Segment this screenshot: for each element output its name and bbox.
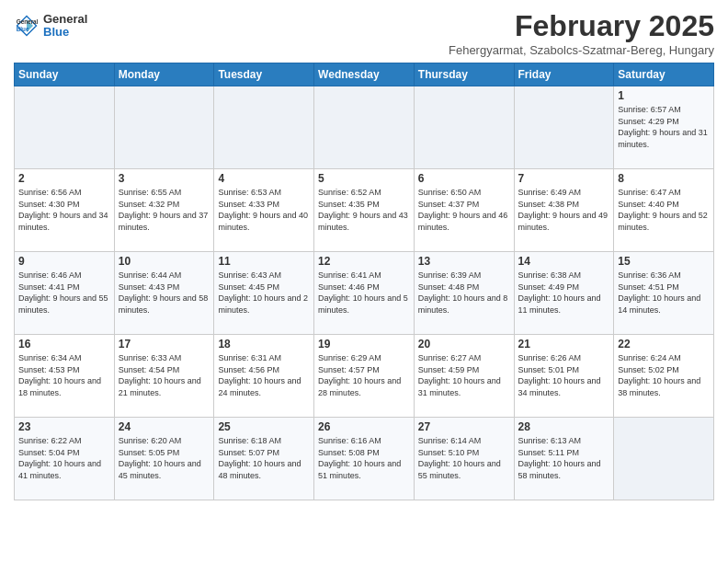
page-header: General Blue General Blue February 2025 …	[14, 9, 714, 57]
calendar-body: 1Sunrise: 6:57 AMSunset: 4:29 PMDaylight…	[15, 86, 714, 500]
calendar-cell: 18Sunrise: 6:31 AMSunset: 4:56 PMDayligh…	[214, 335, 314, 418]
calendar-week-row: 1Sunrise: 6:57 AMSunset: 4:29 PMDaylight…	[15, 86, 714, 169]
subtitle: Fehergyarmat, Szabolcs-Szatmar-Bereg, Hu…	[449, 43, 714, 57]
weekday-header: Tuesday	[214, 63, 314, 86]
calendar-cell: 22Sunrise: 6:24 AMSunset: 5:02 PMDayligh…	[614, 335, 714, 418]
calendar-cell: 2Sunrise: 6:56 AMSunset: 4:30 PMDaylight…	[15, 169, 115, 252]
calendar-cell	[314, 86, 415, 169]
day-info: Sunrise: 6:43 AMSunset: 4:45 PMDaylight:…	[218, 270, 310, 316]
weekday-header: Friday	[514, 63, 614, 86]
day-number: 1	[618, 89, 710, 102]
day-number: 17	[119, 338, 210, 350]
day-number: 25	[218, 420, 310, 433]
day-number: 6	[418, 172, 510, 185]
title-block: February 2025 Fehergyarmat, Szabolcs-Sza…	[449, 9, 714, 57]
day-number: 18	[218, 338, 310, 350]
calendar-cell: 9Sunrise: 6:46 AMSunset: 4:41 PMDaylight…	[15, 252, 115, 335]
calendar-cell: 3Sunrise: 6:55 AMSunset: 4:32 PMDaylight…	[114, 169, 214, 252]
day-info: Sunrise: 6:39 AMSunset: 4:48 PMDaylight:…	[418, 270, 510, 316]
day-number: 3	[119, 172, 210, 185]
day-info: Sunrise: 6:22 AMSunset: 5:04 PMDaylight:…	[18, 435, 110, 481]
calendar-cell	[414, 86, 514, 169]
day-number: 27	[418, 420, 510, 433]
calendar-week-row: 2Sunrise: 6:56 AMSunset: 4:30 PMDaylight…	[15, 169, 714, 252]
logo-text: General Blue	[43, 13, 87, 40]
calendar-cell: 23Sunrise: 6:22 AMSunset: 5:04 PMDayligh…	[15, 418, 115, 500]
calendar-cell	[614, 418, 714, 500]
day-number: 7	[518, 172, 610, 185]
day-info: Sunrise: 6:47 AMSunset: 4:40 PMDaylight:…	[618, 187, 710, 233]
day-number: 5	[318, 172, 410, 185]
day-number: 12	[318, 255, 410, 268]
logo-icon: General Blue	[14, 13, 40, 39]
calendar-cell: 27Sunrise: 6:14 AMSunset: 5:10 PMDayligh…	[414, 418, 514, 500]
calendar-cell: 11Sunrise: 6:43 AMSunset: 4:45 PMDayligh…	[214, 252, 314, 335]
calendar-cell: 25Sunrise: 6:18 AMSunset: 5:07 PMDayligh…	[214, 418, 314, 500]
calendar-cell: 24Sunrise: 6:20 AMSunset: 5:05 PMDayligh…	[114, 418, 214, 500]
weekday-header: Thursday	[414, 63, 514, 86]
weekday-header: Monday	[114, 63, 214, 86]
month-title: February 2025	[449, 9, 714, 43]
calendar-cell: 14Sunrise: 6:38 AMSunset: 4:49 PMDayligh…	[514, 252, 614, 335]
calendar-cell: 13Sunrise: 6:39 AMSunset: 4:48 PMDayligh…	[414, 252, 514, 335]
day-info: Sunrise: 6:55 AMSunset: 4:32 PMDaylight:…	[119, 187, 210, 233]
calendar-table: SundayMondayTuesdayWednesdayThursdayFrid…	[14, 63, 714, 500]
day-number: 26	[318, 420, 410, 433]
calendar-cell: 1Sunrise: 6:57 AMSunset: 4:29 PMDaylight…	[614, 86, 714, 169]
calendar-cell: 28Sunrise: 6:13 AMSunset: 5:11 PMDayligh…	[514, 418, 614, 500]
day-info: Sunrise: 6:29 AMSunset: 4:57 PMDaylight:…	[318, 352, 410, 398]
day-info: Sunrise: 6:38 AMSunset: 4:49 PMDaylight:…	[518, 270, 610, 316]
day-info: Sunrise: 6:27 AMSunset: 4:59 PMDaylight:…	[418, 352, 510, 398]
calendar-cell: 17Sunrise: 6:33 AMSunset: 4:54 PMDayligh…	[114, 335, 214, 418]
day-number: 11	[218, 255, 310, 268]
calendar-cell: 20Sunrise: 6:27 AMSunset: 4:59 PMDayligh…	[414, 335, 514, 418]
day-info: Sunrise: 6:52 AMSunset: 4:35 PMDaylight:…	[318, 187, 410, 233]
day-number: 28	[518, 420, 610, 433]
calendar-week-row: 23Sunrise: 6:22 AMSunset: 5:04 PMDayligh…	[15, 418, 714, 500]
logo: General Blue General Blue	[14, 13, 87, 40]
day-number: 9	[18, 255, 110, 268]
weekday-header: Saturday	[614, 63, 714, 86]
weekday-header: Wednesday	[314, 63, 415, 86]
calendar-header: SundayMondayTuesdayWednesdayThursdayFrid…	[15, 63, 714, 86]
calendar-cell: 15Sunrise: 6:36 AMSunset: 4:51 PMDayligh…	[614, 252, 714, 335]
day-info: Sunrise: 6:34 AMSunset: 4:53 PMDaylight:…	[18, 352, 110, 398]
logo-general: General	[43, 13, 87, 26]
svg-text:General: General	[17, 18, 39, 25]
svg-text:Blue: Blue	[17, 26, 29, 32]
calendar-cell	[214, 86, 314, 169]
day-info: Sunrise: 6:49 AMSunset: 4:38 PMDaylight:…	[518, 187, 610, 233]
day-number: 15	[618, 255, 710, 268]
calendar-cell	[114, 86, 214, 169]
day-number: 10	[119, 255, 210, 268]
logo-blue: Blue	[43, 26, 87, 39]
day-info: Sunrise: 6:31 AMSunset: 4:56 PMDaylight:…	[218, 352, 310, 398]
weekday-header-row: SundayMondayTuesdayWednesdayThursdayFrid…	[15, 63, 714, 86]
calendar-cell: 21Sunrise: 6:26 AMSunset: 5:01 PMDayligh…	[514, 335, 614, 418]
calendar-cell: 16Sunrise: 6:34 AMSunset: 4:53 PMDayligh…	[15, 335, 115, 418]
day-info: Sunrise: 6:16 AMSunset: 5:08 PMDaylight:…	[318, 435, 410, 481]
calendar-cell: 7Sunrise: 6:49 AMSunset: 4:38 PMDaylight…	[514, 169, 614, 252]
day-number: 20	[418, 338, 510, 350]
day-number: 19	[318, 338, 410, 350]
calendar-week-row: 16Sunrise: 6:34 AMSunset: 4:53 PMDayligh…	[15, 335, 714, 418]
day-info: Sunrise: 6:44 AMSunset: 4:43 PMDaylight:…	[119, 270, 210, 316]
calendar-cell	[15, 86, 115, 169]
calendar-cell: 19Sunrise: 6:29 AMSunset: 4:57 PMDayligh…	[314, 335, 415, 418]
day-number: 8	[618, 172, 710, 185]
day-number: 24	[119, 420, 210, 433]
calendar-cell	[514, 86, 614, 169]
weekday-header: Sunday	[15, 63, 115, 86]
calendar-week-row: 9Sunrise: 6:46 AMSunset: 4:41 PMDaylight…	[15, 252, 714, 335]
calendar-cell: 5Sunrise: 6:52 AMSunset: 4:35 PMDaylight…	[314, 169, 415, 252]
day-number: 14	[518, 255, 610, 268]
day-number: 13	[418, 255, 510, 268]
calendar-cell: 8Sunrise: 6:47 AMSunset: 4:40 PMDaylight…	[614, 169, 714, 252]
calendar-cell: 10Sunrise: 6:44 AMSunset: 4:43 PMDayligh…	[114, 252, 214, 335]
day-info: Sunrise: 6:46 AMSunset: 4:41 PMDaylight:…	[18, 270, 110, 316]
day-number: 4	[218, 172, 310, 185]
day-info: Sunrise: 6:18 AMSunset: 5:07 PMDaylight:…	[218, 435, 310, 481]
day-info: Sunrise: 6:56 AMSunset: 4:30 PMDaylight:…	[18, 187, 110, 233]
day-info: Sunrise: 6:13 AMSunset: 5:11 PMDaylight:…	[518, 435, 610, 481]
day-info: Sunrise: 6:24 AMSunset: 5:02 PMDaylight:…	[618, 352, 710, 398]
